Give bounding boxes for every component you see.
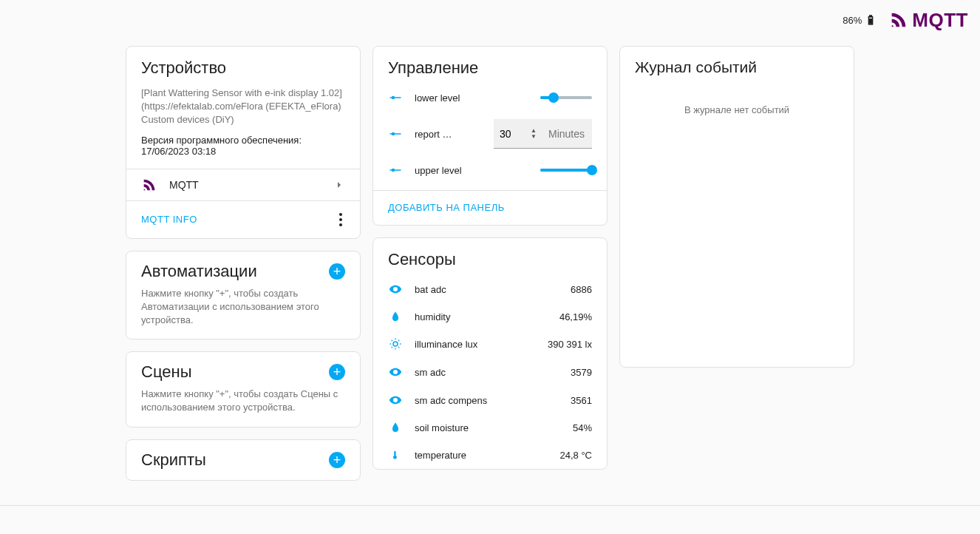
slider[interactable] xyxy=(540,169,592,172)
therm-icon xyxy=(388,448,403,462)
svg-rect-6 xyxy=(390,169,401,171)
svg-point-7 xyxy=(393,342,398,346)
scripts-title: Скрипты xyxy=(141,450,206,470)
svg-rect-4 xyxy=(390,133,401,135)
logbook-empty-text: В журнале нет событий xyxy=(620,82,854,367)
device-vendor: Custom devices (DiY) xyxy=(141,113,345,126)
control-label: lower level xyxy=(415,92,474,104)
device-card: Устройство [Plant Wattering Sensor with … xyxy=(126,46,361,239)
chevron-right-icon xyxy=(333,179,345,191)
sensor-value: 3579 xyxy=(571,367,592,378)
add-script-button[interactable]: + xyxy=(329,452,345,468)
brand-text: MQTT xyxy=(912,9,968,32)
control-row: report …▲▼Minutes xyxy=(373,112,607,156)
automations-empty-text: Нажмите кнопку "+", чтобы создать Автома… xyxy=(126,287,360,339)
scenes-empty-text: Нажмите кнопку "+", чтобы создать Сцены … xyxy=(126,388,360,426)
number-input[interactable] xyxy=(494,128,531,140)
sensors-card: Сенсоры bat adc6886humidity46,19%illumin… xyxy=(372,237,608,470)
battery-percent: 86% xyxy=(843,15,862,26)
tune-icon xyxy=(388,163,403,177)
unit-label: Minutes xyxy=(541,128,592,140)
control-row: upper level xyxy=(373,156,607,184)
sensor-value: 6886 xyxy=(571,284,592,295)
sensor-row[interactable]: illuminance lux390 391 lx xyxy=(373,330,607,358)
add-automation-button[interactable]: + xyxy=(329,263,345,280)
sun-icon xyxy=(388,337,403,351)
sensor-row[interactable]: temperature24,8 °C xyxy=(373,441,607,469)
sensor-value: 54% xyxy=(573,422,592,433)
add-to-dashboard-link[interactable]: ДОБАВИТЬ НА ПАНЕЛЬ xyxy=(388,202,505,213)
sensor-value: 3561 xyxy=(571,395,592,406)
fw-value: 17/06/2023 03:18 xyxy=(141,146,216,157)
sensor-row[interactable]: soil moisture54% xyxy=(373,414,607,441)
control-row: lower level xyxy=(373,84,607,112)
sensor-value: 24,8 °C xyxy=(559,450,592,461)
mqtt-icon xyxy=(888,10,909,30)
svg-rect-0 xyxy=(869,18,872,24)
tune-icon xyxy=(388,127,403,141)
number-field[interactable]: ▲▼Minutes xyxy=(494,119,592,149)
scenes-card: Сцены + Нажмите кнопку "+", чтобы создат… xyxy=(126,351,361,427)
sensors-title: Сенсоры xyxy=(373,238,607,275)
logbook-title: Журнал событий xyxy=(620,47,854,82)
sensor-label: soil moisture xyxy=(415,422,561,433)
drop-icon xyxy=(388,311,403,322)
sensor-value: 390 391 lx xyxy=(548,339,592,350)
device-description: [Plant Wattering Sensor with e-ink displ… xyxy=(141,87,345,113)
sensor-label: sm adc compens xyxy=(415,395,559,406)
control-label: upper level xyxy=(415,165,474,176)
drop-icon xyxy=(388,422,403,433)
mqtt-icon xyxy=(141,177,157,193)
overflow-menu-button[interactable] xyxy=(336,210,345,229)
control-label: report … xyxy=(415,129,474,140)
battery-indicator: 86% xyxy=(843,14,877,26)
battery-icon xyxy=(865,14,877,26)
mqtt-info-link[interactable]: MQTT INFO xyxy=(141,214,197,225)
eye-icon xyxy=(388,283,403,296)
eye-icon xyxy=(388,365,403,379)
integration-name: MQTT xyxy=(169,179,321,191)
topbar: 86% MQTT xyxy=(0,0,980,34)
brand-logo: MQTT xyxy=(888,9,968,32)
sensor-label: illuminance lux xyxy=(415,339,536,350)
sensor-label: humidity xyxy=(415,311,548,322)
logbook-card: Журнал событий В журнале нет событий xyxy=(619,46,854,368)
sensor-label: temperature xyxy=(415,450,548,461)
sensor-label: bat adc xyxy=(415,284,559,295)
divider xyxy=(0,505,980,506)
device-title: Устройство xyxy=(126,47,360,84)
controls-card: Управление lower levelreport …▲▼Minutesu… xyxy=(372,46,608,226)
sensor-row[interactable]: bat adc6886 xyxy=(373,275,607,303)
integration-row[interactable]: MQTT xyxy=(126,169,360,200)
scripts-card: Скрипты + xyxy=(126,439,361,481)
eye-icon xyxy=(388,393,403,407)
automations-title: Автоматизации xyxy=(141,262,257,281)
sensor-row[interactable]: sm adc3579 xyxy=(373,358,607,386)
slider[interactable] xyxy=(540,96,592,99)
add-scene-button[interactable]: + xyxy=(329,364,345,380)
svg-rect-2 xyxy=(390,97,401,98)
sensor-value: 46,19% xyxy=(559,311,592,322)
sensor-row[interactable]: sm adc compens3561 xyxy=(373,386,607,414)
spinner-icon[interactable]: ▲▼ xyxy=(531,128,541,140)
fw-label: Версия программного обеспечения: xyxy=(141,135,302,146)
automations-card: Автоматизации + Нажмите кнопку "+", чтоб… xyxy=(126,251,361,340)
controls-title: Управление xyxy=(373,47,607,84)
scenes-title: Сцены xyxy=(141,362,191,382)
tune-icon xyxy=(388,91,403,104)
sensor-label: sm adc xyxy=(415,367,559,378)
sensor-row[interactable]: humidity46,19% xyxy=(373,303,607,330)
